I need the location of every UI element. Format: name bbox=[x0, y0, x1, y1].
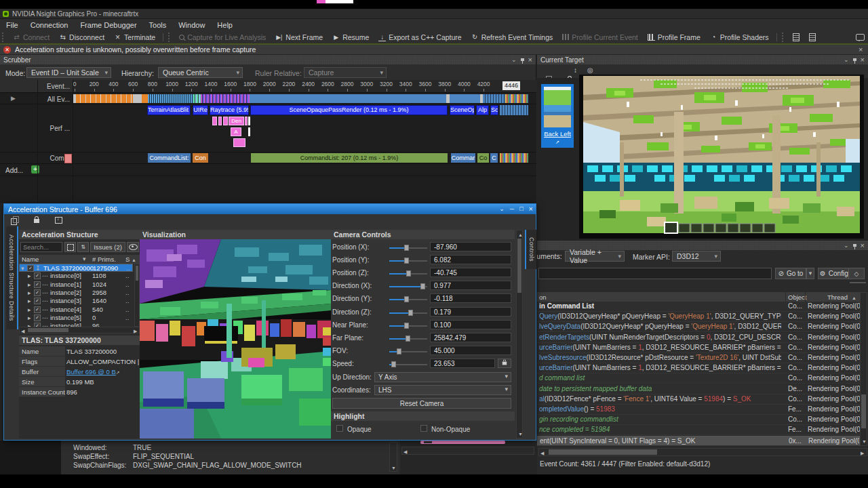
prims-column-header[interactable]: # Prims. bbox=[92, 256, 116, 263]
disconnect-button[interactable]: Disconnect bbox=[54, 30, 109, 43]
ruler-relative-select[interactable]: Capture bbox=[304, 67, 387, 78]
event-filter-input[interactable] bbox=[538, 268, 772, 279]
slider-thumb[interactable] bbox=[406, 270, 411, 277]
render-target-thumbnail[interactable]: Back Left bbox=[541, 84, 574, 148]
row-checkbox[interactable]: ✓ bbox=[34, 281, 41, 288]
event-row[interactable]: lveQueryData(ID3D12QueryHeap* pQueryHeap… bbox=[537, 322, 860, 332]
commandlist-bar-con[interactable]: Con bbox=[193, 153, 208, 163]
camera-scrollbar[interactable] bbox=[516, 230, 523, 439]
perf-marker-alp[interactable]: Alp bbox=[476, 105, 489, 115]
commandlist-track[interactable]: CommandList: ConCommandList: 207 (0.12 m… bbox=[0, 153, 536, 163]
camera-slider[interactable] bbox=[389, 286, 427, 287]
tree-row-instance-1[interactable]: ✓instance[1]1024.. bbox=[19, 281, 133, 289]
tree-row-instance-5[interactable]: ✓instance[5]0.. bbox=[19, 314, 133, 322]
timeline-segment[interactable] bbox=[450, 94, 480, 103]
non-opaque-checkbox[interactable] bbox=[420, 425, 427, 432]
row-checkbox[interactable]: ✓ bbox=[27, 265, 34, 272]
camera-slider[interactable] bbox=[389, 364, 427, 365]
perf-marker-sceneopa[interactable]: SceneOpa bbox=[450, 105, 475, 115]
object-column-header[interactable]: Object bbox=[788, 293, 806, 301]
swapchain-scrollbar[interactable] bbox=[389, 442, 397, 472]
perf-submarker[interactable] bbox=[223, 117, 228, 125]
row-checkbox[interactable]: ✓ bbox=[34, 314, 41, 321]
copy-icon[interactable] bbox=[11, 218, 17, 225]
lock-icon[interactable] bbox=[34, 219, 39, 223]
visualization-render[interactable] bbox=[140, 239, 331, 439]
timeline-segment[interactable] bbox=[201, 94, 250, 103]
camera-slider[interactable] bbox=[389, 299, 427, 300]
event-row[interactable]: ent(UINT SyncInterval = 0, UINT Flags = … bbox=[537, 436, 860, 446]
thread-column-header[interactable]: Thread bbox=[827, 293, 848, 301]
coordinates-select[interactable]: LHS bbox=[374, 385, 511, 395]
perf-marker-terrainatlasblit[interactable]: TerrainAtlasBlit ( bbox=[147, 105, 191, 115]
mode-select[interactable]: Event ID – Unit Scale bbox=[26, 67, 111, 78]
menu-window[interactable]: Window bbox=[172, 20, 211, 30]
event-ruler[interactable]: 0200400600800100012001400160018002000220… bbox=[73, 80, 536, 92]
tree-horizontal-scrollbar[interactable] bbox=[19, 327, 140, 333]
tree-row-instance-6[interactable]: ✓instance[6]96.. bbox=[19, 322, 133, 327]
perf-marker-item[interactable] bbox=[500, 105, 528, 115]
name-column-header[interactable]: Name bbox=[22, 256, 39, 263]
next-frame-button[interactable]: Next Frame bbox=[271, 30, 328, 43]
commandlist-bar-commandlist-207-0-12-ms-1-9[interactable]: CommandList: 207 (0.12 ms - 1.9%) bbox=[251, 153, 448, 163]
panel-menu-icon[interactable] bbox=[844, 243, 849, 249]
commandlist-bar-co[interactable]: Co bbox=[477, 153, 489, 163]
reset-camera-button[interactable]: Reset Camera bbox=[332, 398, 511, 409]
timeline-segment[interactable] bbox=[505, 94, 528, 103]
refresh-event-timings-button[interactable]: Refresh Event Timings bbox=[467, 30, 558, 43]
tree-row-tlas-337200000[interactable]: ✓TLAS 3372000001275090.. bbox=[19, 264, 133, 272]
slider-thumb[interactable] bbox=[404, 323, 409, 329]
scroll-right-icon[interactable] bbox=[134, 328, 137, 334]
hierarchy-select[interactable]: Queue Centric bbox=[158, 67, 243, 78]
perf-markers-track[interactable]: TerrainAtlasBlit (UIReRaytrace (5.95 rSc… bbox=[0, 105, 536, 152]
tree-row-instance-2[interactable]: ✓instance[2]2958.. bbox=[19, 289, 133, 297]
perf-submarker[interactable] bbox=[212, 117, 217, 125]
panel-menu-icon[interactable] bbox=[511, 57, 517, 63]
perf-marker-uire[interactable]: UIRe bbox=[193, 105, 208, 115]
updown-icon[interactable] bbox=[574, 66, 577, 74]
camera-slider[interactable] bbox=[389, 338, 427, 340]
perf-submarker[interactable] bbox=[248, 117, 250, 125]
marker-api-select[interactable]: D3D12 bbox=[672, 251, 721, 262]
event-row[interactable]: Query(ID3D12QueryHeap* pQueryHeap = 'Que… bbox=[537, 312, 860, 322]
item-button[interactable] bbox=[804, 30, 821, 43]
event-row[interactable]: urceBarrier(UINT NumBarriers = 1, D3D12_… bbox=[537, 343, 860, 353]
zoom-fit-button[interactable] bbox=[64, 242, 76, 252]
scroll-right-icon[interactable] bbox=[861, 450, 864, 456]
row-checkbox[interactable]: ✓ bbox=[34, 306, 41, 313]
timeline-segment[interactable] bbox=[133, 94, 142, 103]
perf-submarker-a[interactable]: A bbox=[231, 127, 241, 136]
all-events-row[interactable]: All Ev... bbox=[0, 92, 536, 104]
tab-acceleration-structure-details[interactable]: Acceleration Structure Details bbox=[6, 226, 18, 329]
perf-marker-sc[interactable]: Sc bbox=[490, 105, 498, 115]
menu-file[interactable]: File bbox=[0, 20, 24, 30]
target-viewport[interactable] bbox=[579, 75, 864, 239]
row-checkbox[interactable]: ✓ bbox=[34, 289, 41, 296]
close-icon[interactable] bbox=[861, 242, 865, 249]
feedback-icon[interactable] bbox=[856, 34, 865, 41]
perf-markers-row[interactable]: Perf ... TerrainAtlasBlit (UIReRaytrace … bbox=[0, 104, 536, 152]
tag-button[interactable] bbox=[848, 268, 865, 279]
close-icon[interactable] bbox=[861, 56, 865, 64]
tree-row-instance-4[interactable]: ✓instance[4]540.. bbox=[19, 306, 133, 314]
goto-button[interactable]: Go to bbox=[775, 268, 806, 279]
event-row[interactable]: etRenderTargets(UINT NumRenderTargetDesc… bbox=[537, 333, 860, 343]
function-column-header[interactable]: on bbox=[539, 293, 547, 301]
scroll-down-icon[interactable] bbox=[518, 431, 523, 437]
perf-submarker[interactable] bbox=[248, 127, 250, 136]
search-input[interactable] bbox=[20, 242, 62, 252]
goto-dropdown-button[interactable] bbox=[806, 268, 814, 279]
slider-thumb[interactable] bbox=[397, 348, 401, 354]
terminate-button[interactable]: Terminate bbox=[109, 30, 160, 43]
close-icon[interactable] bbox=[529, 205, 533, 213]
tree-row-instance-0[interactable]: ✓instance[0]1108.. bbox=[19, 272, 133, 280]
opaque-checkbox[interactable] bbox=[336, 425, 343, 432]
camera-slider[interactable] bbox=[389, 325, 427, 327]
all-events-track[interactable] bbox=[0, 94, 536, 104]
event-row[interactable]: urceBarrier(UINT NumBarriers = 1, D3D12_… bbox=[537, 363, 860, 373]
scroll-down-icon[interactable] bbox=[862, 439, 867, 445]
export-icon[interactable] bbox=[55, 217, 62, 224]
event-row[interactable]: gin recording commandlistCo...Rendering … bbox=[537, 415, 860, 425]
pin-icon[interactable] bbox=[853, 58, 856, 61]
perf-marker-sceneopaquepassrender-0-12-ms-1-9[interactable]: SceneOpaquePassRender (0.12 ms - 1.9%) bbox=[250, 105, 448, 115]
